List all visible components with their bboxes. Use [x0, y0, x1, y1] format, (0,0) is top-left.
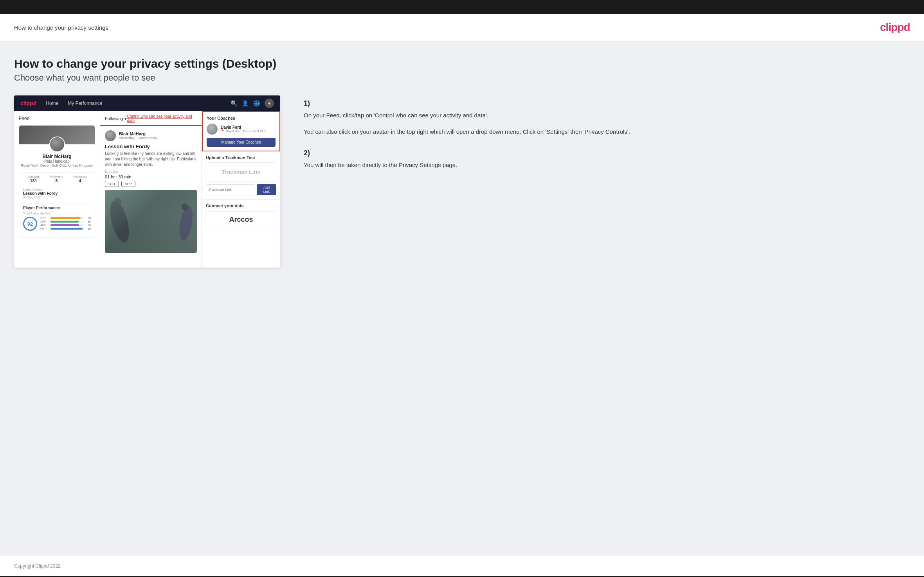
post-desc: Looking to feel like my hands are exitin…: [105, 151, 197, 167]
bar-fill: [50, 224, 79, 226]
perf-bar-row: ARG 86: [40, 224, 91, 226]
coaches-box: Your Coaches David Ford 📍 Royal North De…: [202, 111, 280, 151]
perf-bars: OTT 90 APP 85 ARG 86 PUTT 96: [40, 217, 91, 231]
user-banner: [19, 126, 95, 144]
trackman-title: Upload a Trackman Test: [206, 155, 276, 160]
app-screenshot: clippd Home My Performance 🔍 👤 🌐 ▼ Feed: [14, 95, 280, 268]
stat-following-value: 4: [73, 178, 86, 183]
copyright-text: Copyright Clippd 2022: [14, 563, 61, 569]
connect-data-box: Connect your data Arccos: [202, 200, 280, 232]
bar-value: 96: [85, 227, 91, 230]
logo: clippd: [880, 21, 910, 34]
nav-home: Home: [46, 101, 58, 106]
stat-followers-label: Followers: [50, 175, 63, 178]
app-right-panel: Your Coaches David Ford 📍 Royal North De…: [202, 111, 280, 268]
trackman-link-input[interactable]: [206, 184, 255, 195]
search-icon: 🔍: [231, 100, 237, 106]
svg-point-4: [182, 203, 189, 210]
stat-following: Following 4: [73, 175, 86, 183]
step2-text: You will then be taken directly to the P…: [304, 160, 910, 170]
main-content: How to change your privacy settings (Des…: [0, 41, 924, 556]
add-link-button[interactable]: Add Link: [257, 184, 276, 195]
control-privacy-link[interactable]: Control who can see your activity and da…: [127, 114, 197, 123]
page-heading: How to change your privacy settings (Des…: [14, 57, 910, 70]
post-location: Yesterday · Sunningdale: [119, 136, 157, 140]
avatar-button[interactable]: ▼: [265, 99, 274, 108]
trackman-placeholder: Trackman Link: [206, 162, 276, 182]
instruction-step1: 1) On your Feed, click/tap on 'Control w…: [304, 99, 910, 137]
header: How to change your privacy settings clip…: [0, 14, 924, 41]
score-circle: 92: [23, 217, 37, 231]
post-username: Blair McHarg: [119, 131, 157, 136]
stat-following-label: Following: [73, 175, 86, 178]
bar-fill: [50, 221, 79, 223]
app-body: Feed Blair McHarg Plus Handicap Royal No…: [14, 111, 280, 268]
user-card: Blair McHarg Plus Handicap Royal North D…: [19, 125, 95, 237]
post-avatar: [105, 130, 116, 141]
bar-fill: [50, 217, 81, 219]
perf-bar-row: APP 85: [40, 220, 91, 223]
location-icon: 📍: [221, 129, 225, 133]
post-user-row: Blair McHarg Yesterday · Sunningdale: [105, 130, 197, 141]
perf-quality-label: Total Player Quality: [23, 212, 91, 215]
user-handicap: Plus Handicap: [19, 159, 95, 164]
bar-value: 90: [85, 217, 91, 219]
trackman-input-row: Add Link: [206, 184, 276, 195]
user-avatar: [49, 137, 65, 152]
step1-text-part2: You can also click on your avatar in the…: [304, 127, 910, 137]
step1-text-part1: On your Feed, click/tap on 'Control who …: [304, 111, 910, 120]
page-subheading: Choose what you want people to see: [14, 73, 910, 83]
instructions-panel: 1) On your Feed, click/tap on 'Control w…: [296, 95, 910, 182]
bar-label: PUTT: [40, 227, 49, 230]
app-sidebar: Feed Blair McHarg Plus Handicap Royal No…: [14, 111, 100, 268]
post-title: Lesson with Fordy: [105, 144, 197, 149]
following-label: Following: [105, 116, 123, 121]
coach-avatar: [207, 124, 218, 135]
coach-club: 📍 Royal North Devon Golf Club: [221, 129, 266, 133]
feed-header-row: Following ▾ Control who can see your act…: [100, 111, 202, 126]
post-card: Blair McHarg Yesterday · Sunningdale Les…: [100, 126, 202, 257]
bar-label: OTT: [40, 217, 49, 219]
top-bar: [0, 0, 924, 14]
bar-value: 86: [85, 224, 91, 226]
stat-followers: Followers 3: [50, 175, 63, 183]
step2-number: 2): [304, 149, 910, 157]
svg-point-2: [114, 198, 122, 206]
stat-activities-label: Activities: [27, 175, 40, 178]
bar-fill: [50, 228, 83, 230]
manage-coaches-button[interactable]: Manage Your Coaches: [207, 138, 276, 147]
tag-ott: OTT: [105, 181, 119, 187]
bar-label: ARG: [40, 224, 49, 226]
app-logo: clippd: [20, 100, 36, 106]
breadcrumb: How to change your privacy settings: [14, 24, 108, 31]
user-name: Blair McHarg: [19, 154, 95, 159]
person-icon: 👤: [242, 100, 249, 106]
app-feed: Following ▾ Control who can see your act…: [100, 111, 202, 268]
stat-activities-value: 131: [27, 178, 40, 183]
player-performance: Player Performance Total Player Quality …: [19, 203, 95, 233]
footer: Copyright Clippd 2022: [0, 556, 924, 576]
latest-value: Lesson with Fordy: [23, 191, 91, 196]
perf-bar-row: PUTT 96: [40, 227, 91, 230]
bar-track: [50, 224, 84, 226]
feed-tab: Feed: [19, 116, 95, 121]
perf-row: 92 OTT 90 APP 85 ARG 86: [23, 217, 91, 231]
stat-activities: Activities 131: [27, 175, 40, 183]
tag-app: APP: [121, 181, 135, 187]
post-image: [105, 190, 197, 253]
following-button[interactable]: Following ▾: [105, 116, 127, 121]
bar-track: [50, 217, 84, 219]
bar-track: [50, 228, 84, 230]
annotation-line-horiz: [100, 125, 202, 126]
perf-bar-row: OTT 90: [40, 217, 91, 219]
nav-my-performance: My Performance: [68, 101, 102, 106]
app-navbar: clippd Home My Performance 🔍 👤 🌐 ▼: [14, 95, 280, 111]
avatar-image: [50, 137, 64, 151]
coach-club-name: Royal North Devon Golf Club: [226, 129, 266, 133]
instruction-step2: 2) You will then be taken directly to th…: [304, 149, 910, 170]
coach-row: David Ford 📍 Royal North Devon Golf Club: [207, 124, 276, 135]
coach-info: David Ford 📍 Royal North Devon Golf Club: [221, 125, 266, 133]
connect-title: Connect your data: [206, 203, 276, 208]
coaches-title: Your Coaches: [207, 116, 276, 120]
stat-followers-value: 3: [50, 178, 63, 183]
